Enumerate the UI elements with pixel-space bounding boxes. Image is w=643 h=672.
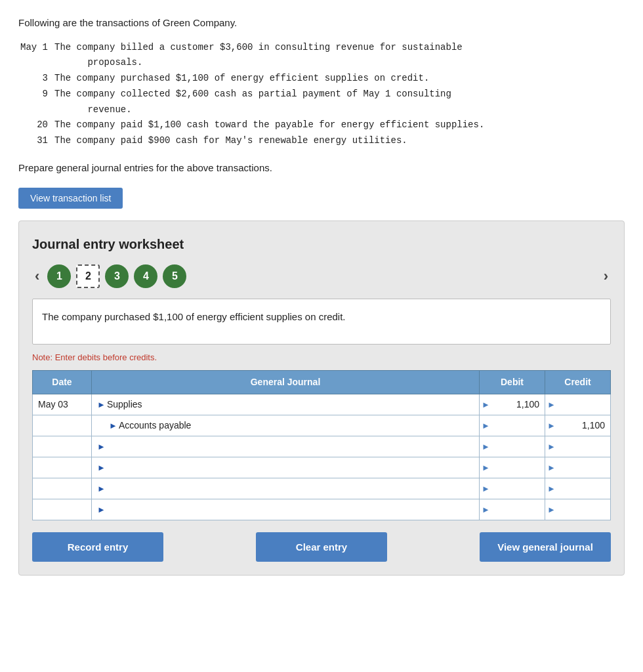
credit-cell-2[interactable]: ►1,100: [545, 415, 611, 436]
transactions-list: May 1 The company billed a customer $3,6…: [18, 40, 625, 150]
col-header-debit: Debit: [480, 371, 545, 394]
credit-arrow-2: ►: [547, 419, 556, 432]
arrow-indicator-6: ►: [97, 505, 106, 514]
journal-cell-5[interactable]: ►: [92, 478, 480, 499]
debit-arrow-3: ►: [482, 440, 490, 453]
arrow-indicator-2: ►: [109, 421, 117, 430]
transaction-date-3: 9: [18, 87, 54, 102]
credit-arrow-6: ►: [547, 503, 556, 516]
transaction-text-1: The company billed a customer $3,600 in …: [54, 40, 625, 72]
transaction-text-3: The company collected $2,600 cash as par…: [54, 87, 625, 118]
clear-entry-button[interactable]: Clear entry: [256, 532, 387, 562]
debit-cell-5[interactable]: ►: [480, 478, 545, 499]
transaction-text-4: The company paid $1,100 cash toward the …: [54, 117, 625, 133]
debit-arrow-6: ►: [482, 503, 490, 516]
debit-cell-1[interactable]: ►1,100: [480, 394, 545, 415]
arrow-indicator-4: ►: [97, 463, 106, 472]
arrow-indicator-3: ►: [97, 442, 106, 452]
intro-heading: Following are the transactions of Green …: [18, 16, 625, 31]
table-row: ►Accounts payable ► ►1,100: [33, 415, 611, 436]
credit-arrow-3: ►: [547, 440, 556, 453]
arrow-indicator-5: ►: [97, 484, 106, 494]
credit-cell-5[interactable]: ►: [545, 478, 611, 499]
date-cell-2[interactable]: [33, 415, 92, 436]
tab-3[interactable]: 3: [105, 264, 129, 288]
tab-5[interactable]: 5: [163, 264, 186, 288]
prepare-label: Prepare general journal entries for the …: [18, 161, 625, 176]
col-header-credit: Credit: [545, 371, 611, 394]
transaction-description: The company purchased $1,100 of energy e…: [32, 299, 611, 345]
note-text: Note: Enter debits before credits.: [32, 351, 611, 364]
journal-entry-worksheet: Journal entry worksheet ‹ 1 2 3 4 5 › Th…: [18, 220, 625, 576]
debit-cell-6[interactable]: ►: [480, 499, 545, 520]
tab-prev-arrow[interactable]: ‹: [32, 269, 42, 284]
credit-arrow-4: ►: [547, 461, 556, 474]
transaction-date-5: 31: [18, 133, 54, 149]
tab-4[interactable]: 4: [134, 264, 157, 288]
credit-cell-3[interactable]: ►: [545, 436, 611, 457]
debit-arrow-4: ►: [482, 461, 490, 474]
debit-cell-3[interactable]: ►: [480, 436, 545, 457]
credit-cell-6[interactable]: ►: [545, 499, 611, 520]
transaction-date-1: May 1: [18, 40, 54, 56]
credit-arrow-1: ►: [547, 398, 556, 411]
table-row: ► ► ►: [33, 499, 611, 520]
view-transaction-list-button[interactable]: View transaction list: [18, 188, 123, 209]
transaction-text-2: The company purchased $1,100 of energy e…: [54, 71, 625, 87]
credit-cell-4[interactable]: ►: [545, 457, 611, 478]
journal-cell-4[interactable]: ►: [92, 457, 480, 478]
debit-arrow-1: ►: [482, 398, 490, 411]
debit-arrow-5: ►: [482, 482, 490, 495]
tab-1[interactable]: 1: [47, 264, 71, 288]
record-entry-button[interactable]: Record entry: [32, 532, 163, 562]
col-header-journal: General Journal: [92, 371, 480, 394]
debit-cell-4[interactable]: ►: [480, 457, 545, 478]
date-cell-1[interactable]: May 03: [33, 394, 92, 415]
debit-cell-2[interactable]: ►: [480, 415, 545, 436]
table-row: ► ► ►: [33, 436, 611, 457]
date-cell-5[interactable]: [33, 478, 92, 499]
arrow-indicator: ►: [97, 400, 106, 410]
journal-cell-6[interactable]: ►: [92, 499, 480, 520]
credit-arrow-5: ►: [547, 482, 556, 495]
table-row: May 03 ►Supplies ►1,100 ►: [33, 394, 611, 415]
table-row: ► ► ►: [33, 457, 611, 478]
view-general-journal-button[interactable]: View general journal: [480, 532, 611, 562]
journal-table: Date General Journal Debit Credit May 03…: [32, 370, 611, 520]
date-cell-4[interactable]: [33, 457, 92, 478]
table-row: ► ► ►: [33, 478, 611, 499]
journal-cell-2[interactable]: ►Accounts payable: [92, 415, 480, 436]
tab-next-arrow[interactable]: ›: [601, 269, 611, 284]
transaction-text-5: The company paid $900 cash for May's ren…: [54, 133, 625, 149]
journal-cell-3[interactable]: ►: [92, 436, 480, 457]
bottom-buttons: Record entry Clear entry View general jo…: [32, 532, 611, 562]
transaction-date-4: 20: [18, 117, 54, 133]
tab-navigation: ‹ 1 2 3 4 5 ›: [32, 264, 611, 288]
debit-arrow-2: ►: [482, 419, 490, 432]
tab-2[interactable]: 2: [76, 264, 100, 288]
credit-cell-1[interactable]: ►: [545, 394, 611, 415]
worksheet-title: Journal entry worksheet: [32, 234, 611, 254]
journal-cell-1[interactable]: ►Supplies: [92, 394, 480, 415]
date-cell-3[interactable]: [33, 436, 92, 457]
transaction-date-2: 3: [18, 71, 54, 87]
col-header-date: Date: [33, 371, 92, 394]
date-cell-6[interactable]: [33, 499, 92, 520]
